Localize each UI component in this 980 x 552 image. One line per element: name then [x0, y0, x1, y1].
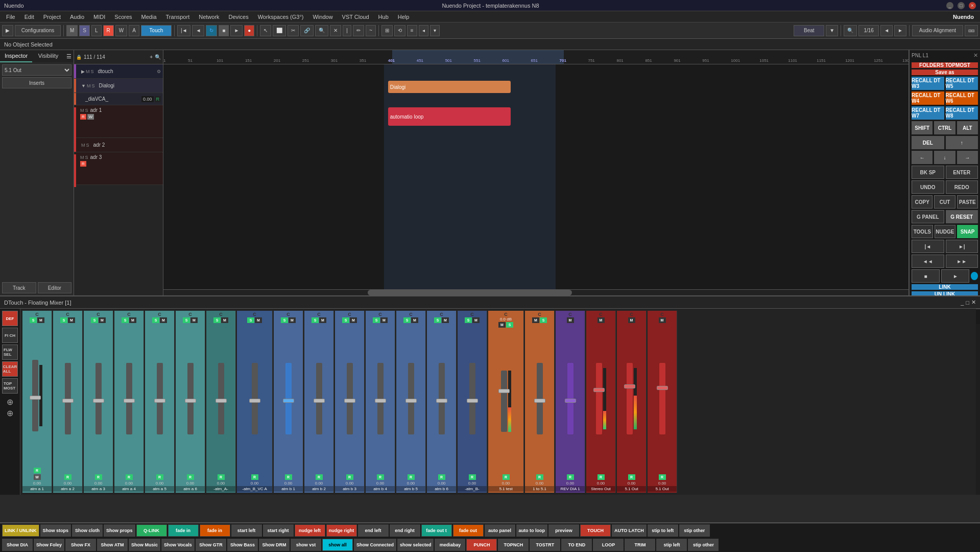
rp-g-panel[interactable]: G PANEL: [912, 210, 944, 223]
btn-show-atm[interactable]: Show ATM: [97, 539, 128, 551]
rp-tools[interactable]: TOOLS: [912, 225, 933, 238]
quantize-value[interactable]: 1/16: [858, 25, 879, 36]
ch-mute-atm-a2[interactable]: M: [68, 317, 75, 323]
rp-to-end[interactable]: ►|: [946, 240, 978, 253]
fader-handle-atm-a6[interactable]: [185, 399, 196, 403]
fader-5-1-out-1[interactable]: [627, 363, 633, 434]
timeline-scroll-thumb[interactable]: [368, 290, 572, 295]
rp-ctrl[interactable]: CTRL: [934, 121, 955, 134]
toolbar-mode-w[interactable]: W: [115, 25, 127, 36]
ch-solo-atm-b-grp[interactable]: S: [465, 317, 472, 323]
toolbar-icon-left[interactable]: ▶: [2, 25, 13, 36]
btn-start-left[interactable]: start left: [231, 524, 262, 537]
fader-rev-dia[interactable]: [567, 363, 573, 434]
ch-mute-atm-a5[interactable]: M: [160, 317, 167, 323]
quantize-down[interactable]: ◄: [880, 25, 893, 36]
ch-mute-atm-b5[interactable]: M: [411, 317, 418, 323]
ch-solo-atm-a3[interactable]: S: [91, 317, 98, 323]
rp-copy[interactable]: COPY: [912, 195, 933, 209]
track-tab[interactable]: Track: [2, 282, 36, 293]
fader-handle-atm-b1[interactable]: [283, 399, 294, 403]
tool-zoom[interactable]: 🔍: [315, 25, 328, 36]
ch-solo-atm-b6[interactable]: S: [434, 317, 441, 323]
transport-record[interactable]: ●: [244, 25, 254, 36]
fader-atm-a5[interactable]: [157, 363, 163, 434]
event-dialogi[interactable]: Dialogi: [388, 81, 511, 93]
fader-atm-b5[interactable]: [408, 363, 414, 434]
track-row[interactable]: ▶ M S dtouch ⚙: [74, 64, 163, 79]
btn-stip-left[interactable]: stip to left: [648, 524, 678, 537]
menu-midi[interactable]: MIDI: [89, 13, 109, 21]
btn-q-link[interactable]: Q-LINK: [136, 524, 167, 537]
btn-link-unlink[interactable]: LINK / UNLINK: [2, 524, 39, 537]
timeline-scroll[interactable]: [163, 289, 980, 295]
toolbar-mode-r[interactable]: R: [103, 25, 114, 36]
track-row[interactable]: ▼ M S Dialogi: [74, 79, 163, 93]
rp-ff[interactable]: ►►: [946, 255, 978, 268]
ch-solo-atm-b1[interactable]: S: [281, 317, 288, 323]
fader-atm-b-grp[interactable]: [469, 363, 475, 434]
transport-play[interactable]: ►: [230, 25, 243, 36]
btn-show-bass[interactable]: Show Bass: [227, 539, 258, 551]
btn-auto-panel[interactable]: auto panel: [485, 524, 515, 537]
editor-tab[interactable]: Editor: [38, 282, 72, 293]
tab-visibility[interactable]: Visibility: [32, 50, 64, 62]
btn-show-cloth[interactable]: Show cloth: [72, 524, 103, 537]
fader-handle-atm-b4[interactable]: [375, 399, 386, 403]
ch-r-atm-b2[interactable]: R: [316, 474, 323, 480]
btn-auto-to-loop[interactable]: auto to loop: [516, 524, 548, 537]
rp-shift[interactable]: SHIFT: [912, 121, 933, 134]
inspector-menu[interactable]: ☰: [64, 50, 74, 62]
rp-bksp[interactable]: BK SP: [912, 166, 944, 179]
ch-mute-atm-b4[interactable]: M: [380, 317, 388, 323]
mixer-flw-btn[interactable]: FLW SEL: [2, 344, 18, 360]
ch-solo-atm-a4[interactable]: S: [122, 317, 129, 323]
mixer-maximize[interactable]: □: [966, 300, 969, 306]
tab-inspector[interactable]: Inspector: [0, 50, 32, 62]
transport-to-start[interactable]: |◄: [177, 25, 191, 36]
rp-snap[interactable]: SNAP: [957, 225, 978, 238]
btn-show-all[interactable]: show all: [322, 539, 353, 551]
tool-range[interactable]: ⬜: [273, 25, 286, 36]
panel-close[interactable]: ✕: [973, 52, 978, 59]
mixer-minimize[interactable]: _: [961, 300, 964, 306]
mixer-expand-1[interactable]: ⊕: [2, 397, 18, 407]
btn-preview[interactable]: preview: [548, 524, 579, 537]
ch-mute-atm-b6[interactable]: M: [442, 317, 449, 323]
rp-arrow-right[interactable]: →: [957, 151, 978, 164]
rp-rew[interactable]: ◄◄: [912, 255, 944, 268]
tool-glue[interactable]: 🔗: [300, 25, 314, 36]
fader-atm-b-vca[interactable]: [252, 363, 258, 434]
btn-show-vocals[interactable]: Show Vocals: [161, 539, 195, 551]
ch-solo-1-5-1[interactable]: S: [540, 317, 547, 323]
rp-rec[interactable]: [971, 272, 978, 280]
fader-handle-atm-a1[interactable]: [30, 396, 41, 400]
maximize-btn[interactable]: □: [958, 2, 965, 9]
ch-solo-atm-a1[interactable]: S: [30, 317, 37, 323]
track-settings-dtouch[interactable]: ⚙: [157, 69, 161, 74]
ch-r-5-1-test[interactable]: R: [503, 474, 510, 480]
ch-r-atm-b5[interactable]: R: [408, 474, 415, 480]
rp-arrow-down[interactable]: ↓: [934, 151, 955, 164]
tool-loop[interactable]: ⟲: [394, 25, 405, 36]
btn-show-vst[interactable]: show vst: [291, 539, 321, 551]
rp-link[interactable]: LINK: [912, 284, 978, 290]
tool-misc3[interactable]: ▾: [430, 25, 440, 36]
fader-handle-stereo-out[interactable]: [593, 388, 605, 392]
btn-show-fx[interactable]: Show FX: [65, 539, 96, 551]
ch-r-stereo-out[interactable]: R: [597, 474, 605, 480]
btn-end-right[interactable]: end right: [390, 524, 420, 537]
mixer-clear-all[interactable]: CLEAR ALL: [2, 361, 18, 377]
ch-solo-atm-a2[interactable]: S: [60, 317, 67, 323]
track-row[interactable]: M S adr 1 R W: [74, 105, 163, 138]
rp-recall-dt-w3[interactable]: RECALL DT W3: [912, 77, 944, 90]
ch-mute-atm-b2[interactable]: M: [319, 317, 326, 323]
track-vca-r[interactable]: R: [155, 96, 161, 102]
fader-atm-b1[interactable]: [285, 363, 292, 434]
configurations-btn[interactable]: Configurations: [15, 25, 61, 36]
ch-mute-rev-dia[interactable]: M: [567, 317, 574, 323]
rp-recall-dt-w4[interactable]: RECALL DT W4: [912, 91, 944, 105]
fader-handle-atm-b2[interactable]: [314, 399, 325, 403]
ch-r-atm-a1[interactable]: R: [34, 468, 41, 473]
ch-solo-atm-b5[interactable]: S: [403, 317, 411, 323]
